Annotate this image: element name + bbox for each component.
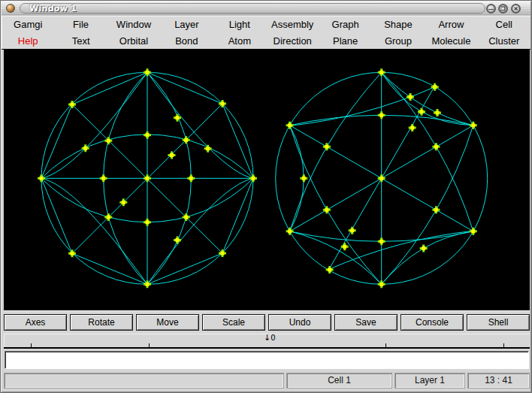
menu-layer[interactable]: Layer [174,19,199,30]
menu-shape[interactable]: Shape [384,19,413,30]
close-button[interactable]: ✕ [511,4,521,14]
toolbar-button-console[interactable]: Console [401,314,464,331]
menu-bond[interactable]: Bond [175,35,198,47]
toolbar-button-rotate[interactable]: Rotate [70,314,133,331]
toolbar-button-axes[interactable]: Axes [4,314,67,331]
menu-plane[interactable]: Plane [333,35,358,47]
toolbar-button-undo[interactable]: Undo [268,314,331,331]
minimize-button[interactable]: — [486,4,496,14]
menu-molecule[interactable]: Molecule [431,35,470,47]
menu-window[interactable]: Window [116,19,151,30]
ruler[interactable]: ↓0 [4,334,530,349]
stereographic-projections [4,50,530,310]
toolbar-button-scale[interactable]: Scale [202,314,265,331]
title-capsule: Window 1 [20,3,485,14]
status-bar: Cell 1 Layer 1 13 : 41 [4,370,530,390]
menu-help[interactable]: Help [18,35,38,47]
window-title: Window 1 [20,4,77,14]
menu-group[interactable]: Group [385,35,412,47]
ruler-arrow-icon: ↓ [264,334,271,342]
stereographic-projection-right [276,68,488,288]
menu-arrow[interactable]: Arrow [438,19,464,30]
menu-cell[interactable]: Cell [496,19,512,30]
status-clock: 13 : 41 [467,373,530,388]
menu-text[interactable]: Text [72,35,90,47]
gl-canvas[interactable] [4,50,530,310]
ruler-position-value: 0 [271,334,275,342]
ruler-position-marker: ↓0 [264,334,276,342]
ruler-tick [31,343,32,347]
toolbar-button-save[interactable]: Save [334,314,397,331]
toolbar-button-move[interactable]: Move [136,314,199,331]
window-menu-ball-icon[interactable] [6,4,15,13]
menu-gamgi[interactable]: Gamgi [14,19,42,30]
menu-bar: GamgiFileWindowLayerLightAssemblyGraphSh… [2,16,530,50]
menu-graph[interactable]: Graph [332,19,359,30]
ruler-tick [503,343,504,347]
menu-assembly[interactable]: Assembly [271,19,313,30]
command-entry-row [4,349,530,370]
menu-cluster[interactable]: Cluster [488,35,519,47]
menu-direction[interactable]: Direction [274,35,312,47]
status-message-panel [4,373,284,388]
maximize-button[interactable]: ❐ [498,4,508,14]
tool-bar: AxesRotateMoveScaleUndoSaveConsoleShell [4,310,530,334]
menu-atom[interactable]: Atom [228,35,251,47]
ruler-tick [149,343,150,347]
menu-orbital[interactable]: Orbital [119,35,148,47]
ruler-tick [385,343,386,347]
title-bar[interactable]: Window 1 — ❐ ✕ [2,2,530,16]
status-cell-panel: Cell 1 [286,373,392,388]
status-layer-panel: Layer 1 [394,373,465,388]
menu-light[interactable]: Light [229,19,250,30]
toolbar-button-shell[interactable]: Shell [467,314,530,331]
stereographic-projection-left [38,68,257,288]
menu-file[interactable]: File [73,19,89,30]
gamgi-window: Window 1 — ❐ ✕ GamgiFileWindowLayerLight… [0,0,532,393]
command-entry[interactable] [5,351,529,369]
